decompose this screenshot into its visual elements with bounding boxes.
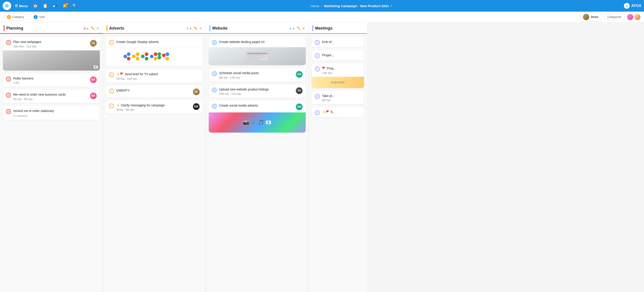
card-schedule-social[interactable]: ✓ Schedule social media posts 8th Apr - …: [208, 68, 306, 82]
card-checkbox-progress[interactable]: ✓: [315, 53, 320, 58]
column-move-icon-planning[interactable]: ⊕: [96, 27, 99, 30]
card-checkbox-s-partial[interactable]: ✓: [315, 110, 320, 115]
column-move-icon-website[interactable]: ⊕: [302, 27, 305, 30]
tasks-nav-button[interactable]: 📋: [41, 2, 49, 10]
card-date-plan-webpages: 29th Mar - 31st Mar: [13, 45, 88, 48]
card-checkbox-roller-banners[interactable]: ✓: [6, 77, 11, 82]
breadcrumb-dropdown-icon[interactable]: ▾: [391, 4, 392, 8]
collab-avatar-1: [627, 14, 633, 20]
column-body-meetings: ✓ Kick-of... ✓ Pro: [309, 34, 367, 292]
card-checkbox-kickoff[interactable]: ✓: [315, 40, 320, 45]
column-color-bar-website: [210, 25, 210, 31]
column-color-bar-planning: [4, 25, 4, 31]
card-date-business-cards: 5th Apr - 6th Apr: [13, 98, 88, 101]
card-checkbox-google-display[interactable]: ✓: [109, 40, 114, 45]
card-checkbox-upload-listings[interactable]: ✓: [212, 88, 217, 93]
home-nav-button[interactable]: 🏠: [31, 2, 40, 10]
column-move-icon-adverts[interactable]: ⊕: [200, 27, 202, 30]
column-header-meetings: Meetings: [309, 22, 367, 34]
card-checkbox-take-place[interactable]: ✓: [315, 94, 320, 99]
card-checkbox-progress2[interactable]: ✓: [315, 67, 320, 71]
card-checkbox-plan-webpages[interactable]: ✓: [6, 40, 11, 45]
column-count-website: 4 ▲: [290, 27, 295, 30]
svg-point-12: [141, 55, 144, 58]
app-logo[interactable]: [3, 2, 11, 10]
card-image-landing-pages: [209, 47, 306, 65]
sub-nav-right: Share Categories: [580, 13, 640, 22]
card-image-google-display: [106, 47, 203, 66]
column-expand-icon-website[interactable]: ▲: [292, 27, 295, 30]
card-business-cards[interactable]: ✓ We need to order new business cards 5t…: [3, 89, 100, 103]
column-body-adverts: ✓ Create Google Display adverts: [103, 34, 206, 292]
card-title-take-place: Take pl...: [322, 94, 361, 98]
column-edit-icon-website[interactable]: ✏️: [297, 27, 300, 30]
online-indicator: [94, 44, 96, 46]
card-checkbox-tv-brief[interactable]: ✓: [109, 72, 114, 77]
card-checkbox-clarify-messaging[interactable]: ✓: [109, 103, 114, 108]
notifications-nav-button[interactable]: 🔔 🔔: [61, 2, 69, 10]
card-title-clarify-messaging: ⚡ Clarify messaging for campaign: [116, 103, 191, 108]
svg-rect-26: [247, 57, 265, 58]
task-button[interactable]: + Task: [30, 14, 48, 20]
card-qwerty[interactable]: ✓ QWERTY JD: [106, 85, 203, 98]
card-checkbox-landing-pages[interactable]: ✓: [212, 40, 217, 45]
card-tv-brief[interactable]: ✓ ⚡🚩 Send brief for TV advert 7th Apr - …: [106, 69, 203, 83]
inbox-nav-button[interactable]: 📬: [51, 2, 59, 10]
search-nav-button[interactable]: 🔍: [71, 2, 79, 10]
card-landing-pages[interactable]: ✓ Create website landing pages x3: [208, 37, 306, 65]
category-button[interactable]: ● Category: [4, 14, 28, 20]
notification-badge: 🔔: [65, 2, 68, 6]
card-title-roller-banners: Roller banners: [13, 76, 88, 81]
card-date-clarify-messaging: Today - 5th Apr: [116, 108, 191, 111]
card-image-plan-webpages: ▼: [3, 50, 100, 71]
column-edit-icon-adverts[interactable]: ✏️: [194, 27, 198, 30]
card-checkbox-qwerty[interactable]: ✓: [109, 89, 114, 94]
card-progress[interactable]: ✓ Progre...: [312, 50, 364, 61]
svg-text:A: A: [626, 5, 628, 8]
card-checkbox-schedule-social[interactable]: ✓: [212, 71, 217, 76]
card-google-display[interactable]: ✓ Create Google Display adverts: [106, 37, 203, 67]
card-s-partial[interactable]: ✓ ⚡🚩 S...: [312, 107, 364, 118]
card-date-take-place: 9th Apr -: [322, 99, 361, 102]
column-expand-icon-adverts[interactable]: ▲: [189, 27, 192, 30]
category-icon: ●: [7, 15, 11, 19]
share-button[interactable]: Share: [580, 13, 602, 22]
card-take-place[interactable]: ✓ Take pl... 9th Apr -: [312, 91, 364, 105]
card-clarify-messaging[interactable]: ✓ ⚡ Clarify messaging for campaign Today…: [106, 100, 203, 114]
column-adverts: Adverts 4 ▲ ✏️ ⊕ ✓ Create Google Display…: [103, 22, 206, 292]
svg-point-6: [124, 55, 127, 58]
menu-button[interactable]: ☰ Menu: [13, 3, 30, 9]
column-body-planning: ✓ Plan new webpages 29th Mar - 31st Mar …: [0, 34, 103, 292]
column-color-bar-meetings: [312, 25, 313, 31]
card-avatar-schedule-social: AM: [296, 71, 302, 78]
card-kickoff[interactable]: ✓ Kick-of...: [312, 37, 364, 48]
categories-button[interactable]: Categories: [604, 14, 625, 20]
card-roller-banners[interactable]: ✓ Roller banners ≡ 0/3 SR: [3, 73, 100, 87]
breadcrumb-title: Marketing Campaign - New Product 2021: [324, 4, 389, 8]
column-edit-icon-planning[interactable]: ✏️: [91, 27, 95, 30]
card-checkbox-order-stationary[interactable]: ✓: [6, 109, 11, 114]
card-title-schedule-social: Schedule social media posts: [219, 71, 294, 76]
card-upload-listings[interactable]: ✓ Upload new website product listings 20…: [208, 84, 306, 98]
card-avatar-social-adverts: AM: [296, 103, 302, 110]
nav-right-section: A AYOA: [624, 3, 641, 9]
card-title-s-partial: ⚡🚩 S...: [322, 110, 361, 114]
svg-point-19: [158, 56, 161, 59]
kanban-board: Planning 4 ▲ ✏️ ⊕ ✓ Plan new webpages: [0, 22, 644, 292]
card-progress2[interactable]: ✓ 🚩 Prog... 13th Ma... SUEKING: [312, 63, 364, 88]
card-order-stationary[interactable]: ✓ remind me to order stationary 🏷 market…: [3, 106, 100, 120]
card-checkbox-business-cards[interactable]: ✓: [6, 93, 11, 98]
card-title-plan-webpages: Plan new webpages: [13, 40, 88, 44]
card-checkbox-social-adverts[interactable]: ✓: [212, 104, 217, 109]
column-website: Website 4 ▲ ✏️ ⊕ ✓ Create website landin…: [206, 22, 309, 292]
column-header-website: Website 4 ▲ ✏️ ⊕: [206, 22, 308, 34]
share-avatar: [583, 14, 589, 20]
column-expand-icon-planning[interactable]: ▲: [86, 27, 89, 30]
breadcrumb-home[interactable]: Home: [310, 4, 319, 8]
card-social-adverts[interactable]: ✓ Create social media adverts AM 📸 🐦 🎵 📧: [208, 100, 306, 133]
card-plan-webpages[interactable]: ✓ Plan new webpages 29th Mar - 31st Mar …: [3, 37, 100, 71]
card-title-kickoff: Kick-of...: [322, 40, 361, 44]
svg-point-0: [6, 5, 7, 6]
column-header-planning: Planning 4 ▲ ✏️ ⊕: [0, 22, 103, 34]
svg-point-18: [158, 52, 161, 56]
